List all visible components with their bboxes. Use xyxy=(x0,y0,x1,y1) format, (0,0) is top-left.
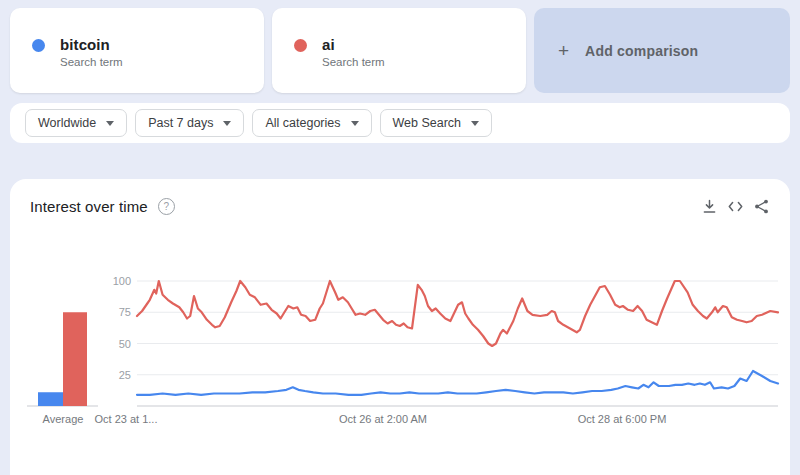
download-icon[interactable] xyxy=(701,198,718,215)
chevron-down-icon xyxy=(351,121,359,126)
term-subtitle: Search term xyxy=(322,56,385,68)
chart-actions xyxy=(701,198,770,215)
svg-text:75: 75 xyxy=(119,306,131,318)
term-label: bitcoin xyxy=(60,36,123,53)
interest-over-time-chart[interactable]: 255075100AverageOct 23 at 1...Oct 26 at … xyxy=(10,271,790,436)
filter-category-dropdown[interactable]: All categories xyxy=(252,109,371,137)
filter-bar: Worldwide Past 7 days All categories Web… xyxy=(10,103,790,143)
google-trends-page: bitcoin Search term ai Search term + Add… xyxy=(0,0,800,475)
svg-text:50: 50 xyxy=(119,338,131,350)
filter-searchtype-dropdown[interactable]: Web Search xyxy=(380,109,493,137)
term-label: ai xyxy=(322,36,385,53)
chart-header: Interest over time ? xyxy=(10,179,790,215)
series-color-dot-bitcoin xyxy=(32,39,45,52)
interest-over-time-card: Interest over time ? xyxy=(10,179,790,475)
term-card-ai[interactable]: ai Search term xyxy=(272,8,526,93)
chevron-down-icon xyxy=(106,121,114,126)
filter-timerange-dropdown[interactable]: Past 7 days xyxy=(135,109,244,137)
series-color-dot-ai xyxy=(294,39,307,52)
add-comparison-label: Add comparison xyxy=(585,43,698,59)
term-subtitle: Search term xyxy=(60,56,123,68)
svg-text:100: 100 xyxy=(113,275,131,287)
term-text-block: bitcoin Search term xyxy=(60,36,123,68)
share-icon[interactable] xyxy=(753,198,770,215)
term-text-block: ai Search term xyxy=(322,36,385,68)
filter-region-dropdown[interactable]: Worldwide xyxy=(25,109,127,137)
svg-text:Oct 23 at 1...: Oct 23 at 1... xyxy=(95,413,158,425)
help-icon[interactable]: ? xyxy=(158,198,175,215)
chevron-down-icon xyxy=(471,121,479,126)
svg-text:Oct 26 at 2:00 AM: Oct 26 at 2:00 AM xyxy=(339,413,427,425)
term-card-bitcoin[interactable]: bitcoin Search term xyxy=(10,8,264,93)
svg-text:Average: Average xyxy=(43,413,84,425)
embed-icon[interactable] xyxy=(727,198,744,215)
chart-title: Interest over time xyxy=(30,198,148,215)
svg-text:Oct 28 at 6:00 PM: Oct 28 at 6:00 PM xyxy=(578,413,667,425)
svg-text:25: 25 xyxy=(119,369,131,381)
plus-icon: + xyxy=(558,40,569,62)
comparison-cards-row: bitcoin Search term ai Search term + Add… xyxy=(10,8,790,93)
chevron-down-icon xyxy=(223,121,231,126)
add-comparison-button[interactable]: + Add comparison xyxy=(534,8,790,93)
